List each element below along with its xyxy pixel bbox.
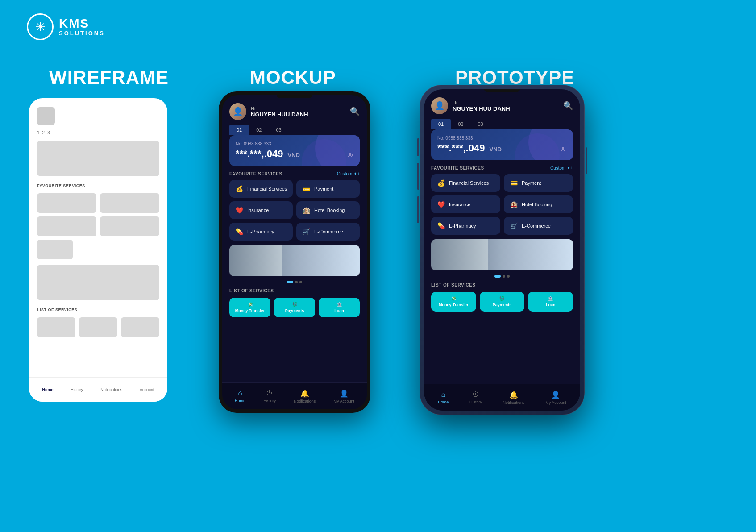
wf-nav-account[interactable]: Account	[140, 387, 154, 392]
wf-nav-home[interactable]: Home	[42, 387, 53, 392]
mockup-service-financial[interactable]: 💰 Financial Services	[229, 180, 293, 198]
mockup-service-pharmacy[interactable]: 💊 E-Pharmacy	[229, 223, 293, 241]
mockup-transfer-label: Money Transfer	[235, 308, 265, 313]
proto-power-btn	[586, 147, 587, 174]
mockup-service-insurance[interactable]: ❤️ Insurance	[229, 201, 293, 219]
prototype-service-pharmacy[interactable]: 💊 E-Pharmacy	[431, 217, 500, 235]
prototype-services-custom[interactable]: Custom ✦+	[550, 166, 573, 170]
wf-fav-label: FAVOURITE SERVICES	[37, 183, 159, 188]
prototype-service-financial-label: Financial Services	[449, 180, 489, 186]
mockup-services-header: FAVOURITE SERVICES Custom ✦+	[222, 171, 367, 176]
mockup-card-eye-icon[interactable]: 👁	[346, 152, 353, 160]
transfer-icon: 💸	[248, 302, 253, 307]
mockup-card-tab-2[interactable]: 02	[249, 125, 269, 135]
mockup-card-tab-3[interactable]: 03	[269, 125, 289, 135]
mockup-header-left: 👤 Hi NGUYEN HUU DANH	[229, 103, 308, 120]
prototype-nav-history[interactable]: ⏱ History	[469, 391, 482, 404]
mockup-list-services-title: LIST OF SERVICES	[229, 288, 274, 293]
mockup-nav-account[interactable]: 👤 My Account	[333, 389, 354, 403]
mockup-nav-history-label: History	[263, 399, 276, 403]
prototype-search-icon[interactable]: 🔍	[563, 101, 573, 111]
prototype-service-insurance-label: Insurance	[449, 202, 470, 207]
prototype-card-tab-2[interactable]: 02	[451, 119, 470, 129]
proto-vol-up-btn	[417, 163, 419, 190]
proto-pharmacy-icon: 💊	[436, 221, 445, 230]
wf-grid-fav	[37, 193, 159, 259]
prototype-scrollable: FAVOURITE SERVICES Custom ✦+ 💰 Financial…	[424, 166, 580, 411]
wf-bottom-nav: Home History Notifications Account	[29, 377, 167, 402]
prototype-card-eye-icon[interactable]: 👁	[560, 146, 567, 154]
prototype-service-insurance[interactable]: ❤️ Insurance	[431, 195, 500, 213]
wf-nav-history[interactable]: History	[71, 387, 83, 392]
mockup-card-tab-1[interactable]: 01	[229, 125, 249, 135]
prototype-service-payment[interactable]: 💳 Payment	[504, 174, 573, 192]
payment-icon: 💳	[302, 184, 311, 193]
mockup-services-custom[interactable]: Custom ✦+	[337, 171, 360, 176]
prototype-card-tab-1[interactable]: 01	[431, 119, 451, 129]
wf-tab-1: 1	[37, 130, 40, 135]
mockup-username: NGUYEN HUU DANH	[251, 111, 308, 118]
mockup-dot	[299, 281, 302, 283]
prototype-card-tabs: 01 02 03	[431, 119, 573, 129]
mockup-avatar: 👤	[229, 103, 246, 120]
prototype-list-service-transfer[interactable]: 💸 Money Transfer	[431, 292, 476, 312]
prototype-card-no: No: 0988 838 333	[437, 136, 567, 141]
mockup-list-service-loan[interactable]: 🏦 Loan	[319, 298, 360, 317]
bell-icon: 🔔	[300, 389, 309, 398]
proto-bell-icon: 🔔	[509, 391, 518, 399]
wf-list-item	[37, 317, 75, 337]
proto-ecommerce-icon: 🛒	[509, 221, 518, 230]
mockup-service-pharmacy-label: E-Pharmacy	[247, 229, 274, 234]
prototype-service-hotel[interactable]: 🏨 Hotel Booking	[504, 195, 573, 213]
mockup-list-service-payments[interactable]: 💱 Payments	[274, 298, 315, 317]
mockup-bottom-nav: ⌂ Home ⏱ History 🔔 Notifications 👤 My Ac…	[222, 382, 367, 409]
proto-payment-icon: 💳	[509, 179, 518, 187]
prototype-service-ecommerce[interactable]: 🛒 E-Commerce	[504, 217, 573, 235]
proto-home-icon: ⌂	[441, 391, 445, 399]
proto-transfer-icon: 💸	[451, 296, 456, 301]
mockup-nav-notifications[interactable]: 🔔 Notifications	[294, 389, 316, 403]
wf-nav-notifications[interactable]: Notifications	[100, 387, 122, 392]
prototype-app-header: 👤 Hi NGUYEN HUU DANH 🔍	[424, 89, 580, 119]
prototype-dot-active	[494, 275, 501, 278]
logo-icon: ✳	[27, 13, 54, 40]
prototype-nav-home-label: Home	[438, 400, 449, 404]
prototype-service-hotel-label: Hotel Booking	[522, 202, 552, 207]
prototype-card-tab-3[interactable]: 03	[471, 119, 490, 129]
mockup-service-hotel[interactable]: 🏨 Hotel Booking	[296, 201, 360, 219]
ecommerce-icon: 🛒	[302, 227, 311, 236]
mockup-service-financial-label: Financial Services	[247, 186, 287, 191]
prototype-transfer-label: Money Transfer	[439, 303, 469, 307]
prototype-services-header: FAVOURITE SERVICES Custom ✦+	[424, 166, 580, 170]
prototype-payments-label: Payments	[493, 303, 512, 307]
wf-list-label: LIST OF SERVICES	[37, 308, 159, 312]
prototype-avatar: 👤	[431, 97, 448, 114]
mockup-list-service-transfer[interactable]: 💸 Money Transfer	[229, 298, 270, 317]
prototype-dot	[503, 275, 505, 278]
prototype-phone: 👤 Hi NGUYEN HUU DANH 🔍 01 02 03 No: 0988…	[420, 85, 585, 415]
mockup-nav-history[interactable]: ⏱ History	[263, 389, 276, 403]
mockup-nav-home[interactable]: ⌂ Home	[235, 389, 245, 403]
prototype-list-service-payments[interactable]: 💱 Payments	[480, 292, 525, 312]
proto-vol-down-btn	[417, 196, 419, 223]
prototype-nav-history-label: History	[469, 400, 482, 404]
prototype-nav-account[interactable]: 👤 My Account	[545, 391, 566, 405]
mockup-service-ecommerce[interactable]: 🛒 E-Commerce	[296, 223, 360, 241]
mockup-payments-label: Payments	[285, 308, 304, 313]
prototype-nav-home[interactable]: ⌂ Home	[438, 391, 449, 404]
prototype-dot	[507, 275, 510, 278]
proto-account-icon: 👤	[551, 391, 560, 399]
mockup-avatar-img: 👤	[229, 103, 246, 120]
prototype-service-financial[interactable]: 💰 Financial Services	[431, 174, 500, 192]
prototype-nav-notifications[interactable]: 🔔 Notifications	[503, 391, 525, 405]
prototype-list-service-loan[interactable]: 🏦 Loan	[528, 292, 573, 312]
mockup-service-insurance-label: Insurance	[247, 208, 269, 213]
mockup-banner	[229, 245, 360, 276]
proto-financial-icon: 💰	[436, 179, 445, 187]
mockup-nav-home-label: Home	[235, 399, 245, 403]
payments-icon: 💱	[292, 302, 297, 307]
wf-tabs: 1 2 3	[37, 130, 159, 135]
wf-banner	[37, 265, 159, 300]
mockup-service-payment[interactable]: 💳 Payment	[296, 180, 360, 198]
mockup-search-icon[interactable]: 🔍	[350, 107, 360, 116]
